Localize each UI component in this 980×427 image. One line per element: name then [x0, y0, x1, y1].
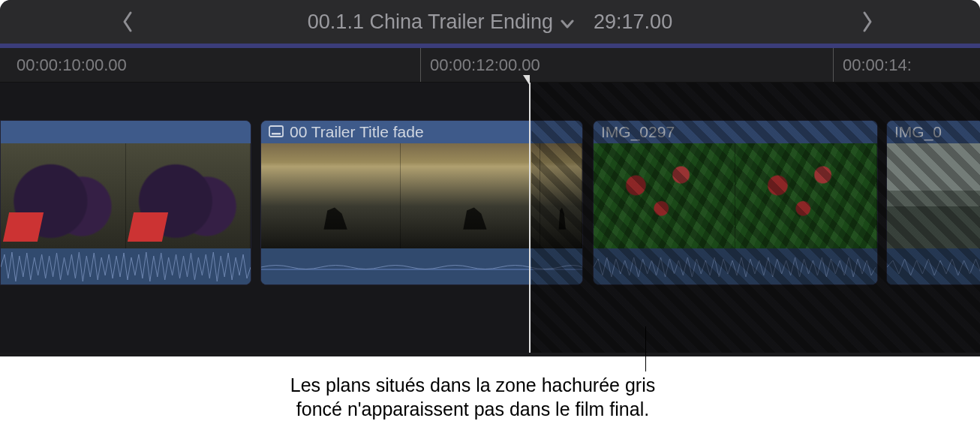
clip-label-text: 00 Trailer Title fade	[290, 121, 424, 143]
clip-label-text: IMG_0297	[601, 121, 675, 143]
ruler-tick: 00:00:10:00.00	[17, 48, 127, 82]
thumbnail	[594, 143, 735, 248]
project-title-text: 00.1.1 China Trailer Ending	[308, 11, 553, 34]
clip[interactable]: 00 Trailer Title fade	[260, 120, 583, 285]
timeline-header: 00.1.1 China Trailer Ending 29:17.00	[0, 0, 980, 44]
project-title: 00.1.1 China Trailer Ending	[308, 11, 574, 34]
prev-project-button[interactable]	[90, 0, 165, 44]
clip-audio-waveform	[1, 248, 251, 285]
chevron-left-icon	[121, 11, 134, 33]
svg-rect-1	[272, 133, 281, 135]
clip[interactable]: IMG_0	[886, 120, 980, 285]
primary-storyline: 00 Trailer Title fade IMG_0297	[0, 120, 980, 285]
clip-label-text: IMG_0	[894, 121, 942, 143]
thumbnail	[887, 143, 980, 248]
thumbnail	[540, 143, 582, 248]
clip-thumbnails	[261, 143, 582, 248]
clip-label: 00 Trailer Title fade	[261, 121, 582, 143]
clip-label	[1, 121, 251, 143]
project-title-group[interactable]: 00.1.1 China Trailer Ending 29:17.00	[308, 11, 672, 34]
callout-text: Les plans situés dans la zone hachurée g…	[225, 373, 720, 421]
clip-thumbnails	[887, 143, 980, 248]
thumbnail	[735, 143, 877, 248]
ruler-tick: 00:00:12:00.00	[420, 48, 540, 82]
time-ruler[interactable]: 00:00:10:00.0000:00:12:00.0000:00:14:	[0, 48, 980, 83]
callout-line-1: Les plans situés dans la zone hachurée g…	[290, 374, 655, 395]
callout-leader-line	[645, 326, 646, 371]
callout-line-2: foncé n'apparaissent pas dans le film fi…	[296, 398, 649, 419]
clip-audio-waveform	[887, 248, 980, 285]
title-clip-icon	[269, 121, 284, 143]
clip-audio-waveform	[594, 248, 877, 285]
ruler-tick: 00:00:14:	[833, 48, 912, 82]
track-area[interactable]: 00 Trailer Title fade IMG_0297	[0, 83, 980, 353]
clip-thumbnails	[594, 143, 877, 248]
next-project-button[interactable]	[830, 0, 905, 44]
clip-label: IMG_0297	[594, 121, 877, 143]
clip-thumbnails	[1, 143, 251, 248]
project-duration: 29:17.00	[594, 11, 672, 34]
timeline-window: 00.1.1 China Trailer Ending 29:17.00 00:…	[0, 0, 980, 356]
clip[interactable]: IMG_0297	[593, 120, 878, 285]
thumbnail	[261, 143, 401, 248]
thumbnail	[401, 143, 540, 248]
clip-audio-waveform	[261, 248, 582, 285]
svg-rect-0	[269, 126, 283, 137]
chevron-down-icon	[561, 11, 574, 34]
thumbnail	[1, 143, 126, 248]
chevron-right-icon	[861, 11, 874, 33]
clip-label: IMG_0	[887, 121, 980, 143]
clip[interactable]	[0, 120, 251, 285]
thumbnail	[126, 143, 251, 248]
